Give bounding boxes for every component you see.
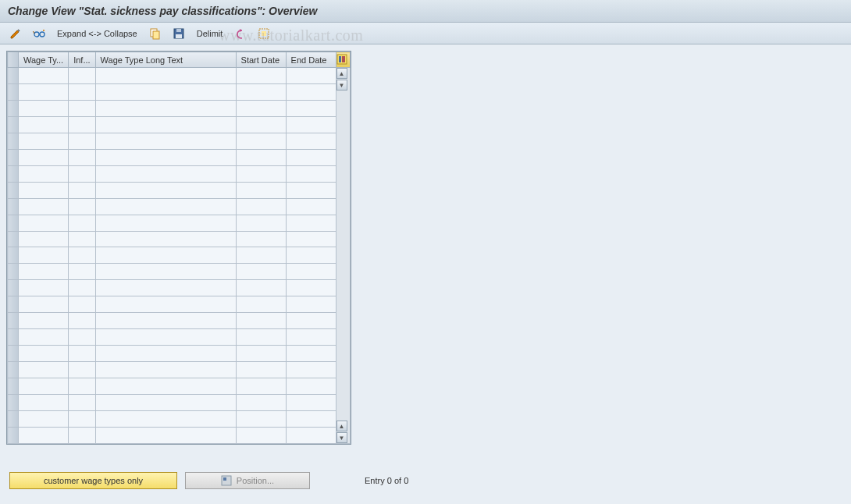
cell[interactable] bbox=[95, 427, 236, 443]
cell[interactable] bbox=[236, 411, 286, 428]
table-row[interactable] bbox=[8, 296, 351, 313]
cell[interactable] bbox=[69, 280, 95, 296]
cell[interactable] bbox=[286, 133, 336, 149]
row-selector[interactable] bbox=[8, 378, 19, 395]
table-row[interactable] bbox=[8, 247, 351, 264]
table-row[interactable] bbox=[8, 264, 351, 280]
table-row[interactable] bbox=[8, 346, 351, 362]
row-selector[interactable] bbox=[8, 247, 19, 264]
cell[interactable] bbox=[286, 149, 336, 165]
cell[interactable] bbox=[95, 280, 236, 296]
other-view-button[interactable] bbox=[30, 25, 48, 42]
cell[interactable] bbox=[95, 329, 236, 346]
cell[interactable] bbox=[19, 198, 69, 215]
cell[interactable] bbox=[95, 83, 236, 100]
cell[interactable] bbox=[286, 280, 336, 296]
cell[interactable] bbox=[286, 264, 336, 280]
cell[interactable] bbox=[19, 100, 69, 116]
cell[interactable] bbox=[19, 280, 69, 296]
cell[interactable] bbox=[286, 100, 336, 116]
cell[interactable] bbox=[69, 182, 95, 198]
cell[interactable] bbox=[69, 247, 95, 264]
cell[interactable] bbox=[236, 264, 286, 280]
copy-button[interactable] bbox=[146, 25, 165, 42]
scroll-down-button[interactable]: ▼ bbox=[336, 80, 347, 91]
cell[interactable] bbox=[286, 116, 336, 133]
table-row[interactable]: ▲▼▲▼ bbox=[8, 68, 351, 84]
cell[interactable] bbox=[69, 346, 95, 362]
col-header-end-date[interactable]: End Date bbox=[286, 52, 336, 68]
cell[interactable] bbox=[69, 198, 95, 215]
cell[interactable] bbox=[95, 378, 236, 395]
table-row[interactable] bbox=[8, 362, 351, 378]
table-row[interactable] bbox=[8, 100, 351, 116]
cell[interactable] bbox=[69, 83, 95, 100]
save-button[interactable] bbox=[169, 25, 188, 42]
cell[interactable] bbox=[19, 362, 69, 378]
table-row[interactable] bbox=[8, 198, 351, 215]
table-config-button[interactable] bbox=[336, 52, 350, 68]
row-selector[interactable] bbox=[8, 83, 19, 100]
cell[interactable] bbox=[69, 133, 95, 149]
customer-wage-types-button[interactable]: customer wage types only bbox=[9, 472, 177, 489]
cell[interactable] bbox=[286, 247, 336, 264]
scroll-down-bottom-button[interactable]: ▼ bbox=[336, 432, 347, 443]
cell[interactable] bbox=[236, 346, 286, 362]
cell[interactable] bbox=[95, 149, 236, 165]
cell[interactable] bbox=[69, 149, 95, 165]
cell[interactable] bbox=[286, 83, 336, 100]
cell[interactable] bbox=[19, 83, 69, 100]
row-selector[interactable] bbox=[8, 313, 19, 329]
cell[interactable] bbox=[236, 83, 286, 100]
cell[interactable] bbox=[19, 395, 69, 411]
cell[interactable] bbox=[95, 165, 236, 182]
toggle-edit-button[interactable] bbox=[6, 25, 25, 42]
table-row[interactable] bbox=[8, 182, 351, 198]
cell[interactable] bbox=[236, 231, 286, 247]
row-selector[interactable] bbox=[8, 116, 19, 133]
cell[interactable] bbox=[95, 313, 236, 329]
cell[interactable] bbox=[19, 329, 69, 346]
row-selector[interactable] bbox=[8, 264, 19, 280]
cell[interactable] bbox=[95, 133, 236, 149]
position-button[interactable]: Position... bbox=[185, 472, 310, 489]
cell[interactable] bbox=[286, 165, 336, 182]
table-row[interactable] bbox=[8, 165, 351, 182]
col-header-start-date[interactable]: Start Date bbox=[236, 52, 286, 68]
col-header-long-text[interactable]: Wage Type Long Text bbox=[95, 52, 236, 68]
table-row[interactable] bbox=[8, 280, 351, 296]
cell[interactable] bbox=[286, 329, 336, 346]
table-row[interactable] bbox=[8, 329, 351, 346]
cell[interactable] bbox=[19, 264, 69, 280]
delimit-button[interactable]: Delimit bbox=[193, 27, 227, 40]
cell[interactable] bbox=[236, 165, 286, 182]
cell[interactable] bbox=[236, 149, 286, 165]
row-selector[interactable] bbox=[8, 68, 19, 84]
cell[interactable] bbox=[19, 346, 69, 362]
undo-button[interactable] bbox=[231, 25, 250, 42]
table-row[interactable] bbox=[8, 133, 351, 149]
cell[interactable] bbox=[19, 182, 69, 198]
table-row[interactable] bbox=[8, 215, 351, 231]
table-row[interactable] bbox=[8, 411, 351, 428]
cell[interactable] bbox=[19, 231, 69, 247]
cell[interactable] bbox=[95, 198, 236, 215]
cell[interactable] bbox=[236, 198, 286, 215]
cell[interactable] bbox=[19, 296, 69, 313]
table-row[interactable] bbox=[8, 313, 351, 329]
cell[interactable] bbox=[69, 427, 95, 443]
cell[interactable] bbox=[95, 264, 236, 280]
cell[interactable] bbox=[95, 182, 236, 198]
select-all-header[interactable] bbox=[8, 52, 19, 68]
cell[interactable] bbox=[236, 378, 286, 395]
table-row[interactable] bbox=[8, 149, 351, 165]
cell[interactable] bbox=[236, 427, 286, 443]
col-header-inf[interactable]: Inf... bbox=[69, 52, 95, 68]
cell[interactable] bbox=[19, 247, 69, 264]
data-grid[interactable]: Wage Ty... Inf... Wage Type Long Text St… bbox=[7, 51, 351, 444]
row-selector[interactable] bbox=[8, 149, 19, 165]
cell[interactable] bbox=[236, 116, 286, 133]
scroll-up-button[interactable]: ▲ bbox=[336, 68, 347, 79]
row-selector[interactable] bbox=[8, 329, 19, 346]
cell[interactable] bbox=[95, 231, 236, 247]
